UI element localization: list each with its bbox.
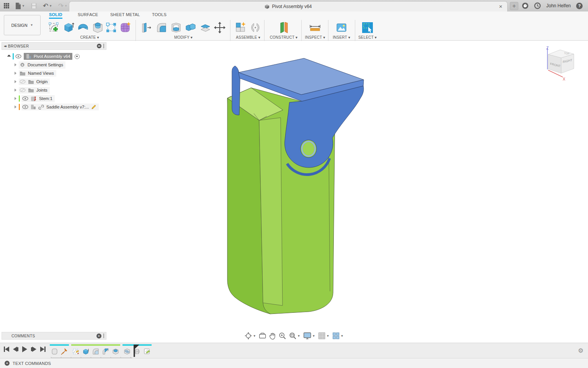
collapse-panel-icon[interactable]: ◂◂ (4, 44, 6, 48)
browser-header[interactable]: ◂◂ BROWSER (2, 42, 106, 50)
fit-icon[interactable]: ▼ (289, 332, 301, 340)
workspace-selector[interactable]: DESIGN▼ (4, 15, 41, 35)
timeline-pattern-icon[interactable] (122, 347, 132, 356)
orbit-icon[interactable]: ▼ (245, 332, 256, 340)
file-menu-icon[interactable]: ▼ (15, 0, 25, 12)
move-icon[interactable] (213, 21, 226, 34)
group-label-inspect[interactable]: INSPECT ▾ (305, 35, 325, 39)
new-component-icon[interactable] (234, 21, 247, 34)
undo-icon[interactable]: ↶▼ (43, 0, 52, 12)
play-button[interactable] (22, 346, 27, 352)
app-grid-icon[interactable] (4, 0, 9, 12)
expand-triangle-icon[interactable] (15, 63, 16, 66)
panel-scrollbar[interactable] (103, 334, 104, 338)
measure-icon[interactable] (309, 21, 322, 34)
group-label-insert[interactable]: INSERT ▾ (333, 35, 350, 39)
edit-in-place-pencil-icon[interactable] (91, 104, 96, 110)
browser-item-document-settings[interactable]: Document Settings (2, 61, 106, 69)
display-settings-icon[interactable]: ▼ (303, 332, 315, 340)
viewports-icon[interactable]: ▼ (332, 332, 343, 340)
press-pull-icon[interactable] (140, 21, 154, 34)
text-commands-bar[interactable]: + TEXT COMMANDS (0, 358, 588, 368)
root-node-chip[interactable]: Pivot Assembly v64 (24, 53, 72, 60)
tab-tools[interactable]: TOOLS (152, 12, 167, 19)
expand-triangle-icon[interactable] (7, 54, 11, 58)
extensions-icon[interactable] (522, 0, 529, 12)
activate-component-radio[interactable] (75, 54, 80, 59)
panel-scrollbar[interactable] (103, 44, 104, 48)
browser-item-stem[interactable]: Stem:1 (2, 94, 106, 103)
create-sketch-icon[interactable] (47, 21, 60, 34)
shell-icon[interactable] (170, 21, 183, 34)
visibility-eye-icon[interactable] (22, 105, 28, 109)
user-name[interactable]: John Helfen (546, 3, 571, 8)
timeline-sketch-icon[interactable] (71, 347, 80, 356)
group-label-assemble[interactable]: ASSEMBLE ▾ (236, 35, 260, 39)
hidden-eye-icon[interactable] (20, 88, 26, 92)
group-label-select[interactable]: SELECT ▾ (358, 35, 377, 39)
timeline-extrude-icon[interactable] (81, 347, 90, 356)
comments-header[interactable]: COMMENTS + (2, 332, 106, 340)
step-back-button[interactable] (13, 347, 18, 352)
timeline-component-icon[interactable] (50, 347, 59, 356)
timeline-settings-gear-icon[interactable]: ⚙ (578, 347, 583, 354)
fillet-icon[interactable] (155, 21, 168, 34)
new-tab-button[interactable]: + (510, 2, 518, 10)
construction-plane-icon[interactable] (277, 21, 290, 34)
help-icon[interactable]: ? (576, 3, 583, 9)
group-label-create[interactable]: CREATE ▾ (80, 35, 99, 39)
zoom-icon[interactable] (279, 332, 286, 340)
hole-icon[interactable] (91, 21, 104, 34)
close-tab-icon[interactable]: × (497, 3, 504, 10)
timeline-chamfer-icon[interactable] (101, 347, 110, 356)
pattern-icon[interactable] (106, 21, 117, 34)
browser-item-origin[interactable]: Origin (2, 77, 106, 86)
viewport-canvas[interactable]: ◂◂ BROWSER Pivot Assembly v64 Document S… (0, 41, 588, 343)
create-form-icon[interactable] (119, 21, 132, 34)
browser-item-named-views[interactable]: Named Views (2, 69, 106, 77)
tab-solid[interactable]: SOLID (49, 12, 62, 19)
insert-image-icon[interactable] (335, 21, 348, 34)
look-at-icon[interactable] (259, 332, 266, 339)
step-forward-button[interactable] (31, 347, 36, 352)
expand-triangle-icon[interactable] (15, 89, 16, 92)
document-tab[interactable]: Pivot Assembly v64 × (69, 1, 508, 12)
expand-triangle-icon[interactable] (15, 105, 16, 108)
panel-options-icon[interactable] (97, 44, 101, 48)
expand-triangle-icon[interactable] (15, 80, 16, 83)
visibility-eye-icon[interactable] (15, 54, 21, 59)
timeline-fillet-icon[interactable] (91, 347, 100, 356)
browser-item-root[interactable]: Pivot Assembly v64 (2, 52, 106, 61)
offset-face-icon[interactable] (199, 21, 212, 34)
hidden-eye-icon[interactable] (20, 79, 26, 84)
select-icon[interactable] (361, 21, 374, 34)
job-status-icon[interactable] (534, 0, 541, 12)
browser-item-joints[interactable]: Joints (2, 86, 106, 94)
joint-icon[interactable] (249, 21, 262, 34)
go-to-end-button[interactable] (40, 347, 46, 352)
tab-surface[interactable]: SURFACE (78, 12, 98, 19)
timeline-group-1 (50, 344, 69, 356)
combine-icon[interactable] (184, 21, 197, 34)
save-icon[interactable] (31, 0, 37, 12)
expand-triangle-icon[interactable] (15, 72, 16, 75)
view-cube[interactable]: Z X TOP FRONT RIGHT (538, 45, 584, 87)
go-to-start-button[interactable] (4, 347, 9, 352)
group-label-modify[interactable]: MODIFY ▾ (174, 35, 193, 39)
add-comment-icon[interactable]: + (96, 334, 101, 338)
browser-item-saddle-assembly[interactable]: Saddle Assembly v7:... (2, 103, 106, 111)
timeline-ground-pin-icon[interactable] (60, 347, 69, 356)
model-pivot-assembly[interactable] (218, 54, 371, 318)
group-label-construct[interactable]: CONSTRUCT ▾ (270, 35, 298, 39)
timeline-position-marker[interactable] (132, 345, 139, 357)
timeline-hole-icon[interactable] (111, 347, 120, 356)
tab-sheet-metal[interactable]: SHEET METAL (110, 12, 140, 19)
pan-icon[interactable] (269, 332, 276, 340)
revolve-icon[interactable] (77, 21, 90, 34)
grid-settings-icon[interactable]: ▼ (318, 332, 329, 340)
extrude-icon[interactable] (62, 21, 75, 34)
expand-text-commands-icon[interactable]: + (5, 361, 10, 366)
timeline-sketch-edit-icon[interactable] (142, 347, 152, 356)
visibility-eye-icon[interactable] (22, 96, 28, 101)
expand-triangle-icon[interactable] (15, 97, 16, 100)
